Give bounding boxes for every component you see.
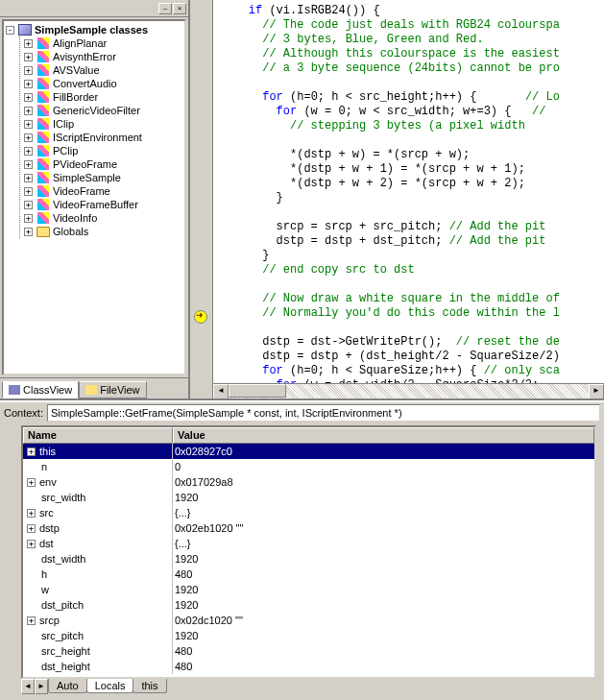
tab-scroll-right[interactable]: ► [35,679,48,694]
code-line[interactable]: dstp = dst->GetWritePtr(); // reset the … [221,335,604,350]
expand-icon[interactable]: + [27,478,36,487]
expand-icon[interactable]: + [24,66,33,75]
expand-icon[interactable]: + [24,107,33,115]
expand-icon[interactable]: + [24,80,33,88]
code-line[interactable]: } [221,191,604,205]
code-line[interactable] [221,205,604,220]
expand-icon[interactable]: + [27,616,36,625]
execution-pointer-icon[interactable] [194,310,207,324]
code-line[interactable]: // a 3 byte sequence (24bits) cannot be … [221,61,604,76]
code-line[interactable]: for (h=0; h < src_height;h++) { // Lo [221,90,604,105]
tree-item[interactable]: +SimpleSample [24,171,182,184]
tree-item[interactable]: +AlignPlanar [24,36,182,50]
expand-icon[interactable]: + [24,53,33,61]
horizontal-scrollbar[interactable]: ◄ ► [213,383,604,398]
tab-auto[interactable]: Auto [48,679,87,693]
variable-row[interactable]: dst_pitch1920 [23,597,594,613]
variable-row[interactable]: src_height480 [23,643,594,659]
variable-row[interactable]: dst_width1920 [23,551,594,567]
code-line[interactable]: *(dstp + w) = *(srcp + w); [221,148,604,162]
variable-row[interactable]: +dstp0x02eb1020 "" [23,520,594,536]
tree-item[interactable]: +AVSValue [24,63,182,77]
variables-grid[interactable]: Name Value +this0x028927c0n0+env0x017029… [21,425,596,679]
code-line[interactable] [221,321,604,335]
code-line[interactable]: // Normally you'd do this code within th… [221,306,604,321]
expand-icon[interactable]: + [27,509,36,518]
variable-row[interactable]: h480 [23,567,594,582]
expand-icon[interactable]: + [24,174,33,182]
code-line[interactable]: // Now draw a white square in the middle… [221,292,604,306]
expand-icon[interactable]: + [27,524,36,533]
expand-icon[interactable]: + [24,147,33,156]
code-line[interactable]: // Although this colourspace is the easi… [221,47,604,61]
scroll-left-button[interactable]: ◄ [213,384,229,398]
code-line[interactable]: // stepping 3 bytes (a pixel width [221,119,604,133]
code-line[interactable]: // The code just deals with RGB24 colour… [221,18,604,33]
expand-icon[interactable]: + [24,214,33,223]
tree-item[interactable]: +GenericVideoFilter [24,104,182,117]
expand-icon[interactable]: + [24,93,33,102]
code-line[interactable]: *(dstp + w + 1) = *(srcp + w + 1); [221,162,604,177]
variable-row[interactable]: +dst{...} [23,536,594,551]
expand-icon[interactable]: + [27,540,36,548]
variable-row[interactable]: src_width1920 [23,490,594,505]
variable-row[interactable]: src_pitch1920 [23,628,594,643]
code-line[interactable]: // end copy src to dst [221,263,604,278]
tree-item[interactable]: +IScriptEnvironment [24,131,182,144]
tree-item[interactable]: +AvisynthError [24,50,182,63]
tab-scroll-left[interactable]: ◄ [21,679,35,694]
tree-globals[interactable]: +Globals [24,225,182,238]
tab-locals[interactable]: Locals [86,679,134,693]
panel-minimize-button[interactable]: – [158,3,172,14]
code-line[interactable] [221,133,604,148]
tab-classview[interactable]: ClassView [2,381,79,398]
variable-row[interactable]: w1920 [23,582,594,597]
panel-close-button[interactable]: × [173,3,186,14]
class-tree[interactable]: - SimpleSample classes +AlignPlanar+Avis… [2,19,186,375]
code-line[interactable]: if (vi.IsRGB24()) { [221,4,604,18]
scrollbar-track[interactable] [229,384,589,398]
variable-row[interactable]: +this0x028927c0 [23,444,594,459]
variable-row[interactable]: +src{...} [23,505,594,520]
expand-icon[interactable]: + [27,447,36,456]
tree-item[interactable]: +VideoFrame [24,184,182,198]
code-line[interactable]: for (h=0; h < SquareSize;h++) { // only … [221,364,604,378]
variable-row[interactable]: n0 [23,459,594,474]
scrollbar-thumb[interactable] [229,384,286,398]
header-value[interactable]: Value [173,427,594,444]
expand-icon[interactable]: + [24,201,33,209]
tree-item[interactable]: +PVideoFrame [24,157,182,171]
code-line[interactable]: *(dstp + w + 2) = *(srcp + w + 2); [221,177,604,191]
expand-icon[interactable]: + [24,160,33,169]
tab-fileview[interactable]: FileView [79,381,146,398]
code-editor[interactable]: if (vi.IsRGB24()) { // The code just dea… [190,0,604,398]
tree-item[interactable]: +FillBorder [24,90,182,104]
expand-icon[interactable]: + [24,120,33,129]
tab-this[interactable]: this [133,679,166,693]
variable-row[interactable]: +srcp0x02dc1020 "" [23,613,594,628]
code-line[interactable]: // 3 bytes, Blue, Green and Red. [221,33,604,47]
code-line[interactable]: for (w = 0; w < src_width; w+=3) { // [221,105,604,119]
context-input[interactable] [47,404,600,422]
code-line[interactable]: dstp = dstp + dst_pitch; // Add the pit [221,234,604,249]
tree-item[interactable]: +PClip [24,144,182,157]
code-line[interactable]: dstp = dstp + (dst_height/2 - SquareSize… [221,350,604,364]
code-line[interactable]: srcp = srcp + src_pitch; // Add the pit [221,220,604,234]
code-gutter[interactable] [190,0,213,398]
variable-row[interactable]: +env0x017029a8 [23,474,594,490]
header-name[interactable]: Name [23,427,173,444]
tree-item[interactable]: +VideoInfo [24,211,182,225]
expand-icon[interactable]: + [24,187,33,196]
tree-item[interactable]: +IClip [24,117,182,131]
code-line[interactable]: } [221,249,604,263]
tree-root-node[interactable]: - SimpleSample classes [6,23,182,36]
tree-item[interactable]: +VideoFrameBuffer [24,198,182,211]
code-line[interactable] [221,76,604,90]
variable-row[interactable]: dst_height480 [23,659,594,674]
expand-icon[interactable]: - [6,26,14,35]
code-content[interactable]: if (vi.IsRGB24()) { // The code just dea… [213,0,604,398]
tree-item[interactable]: +ConvertAudio [24,77,182,90]
scroll-right-button[interactable]: ► [589,384,604,398]
expand-icon[interactable]: + [24,133,33,142]
expand-icon[interactable]: + [24,39,33,48]
